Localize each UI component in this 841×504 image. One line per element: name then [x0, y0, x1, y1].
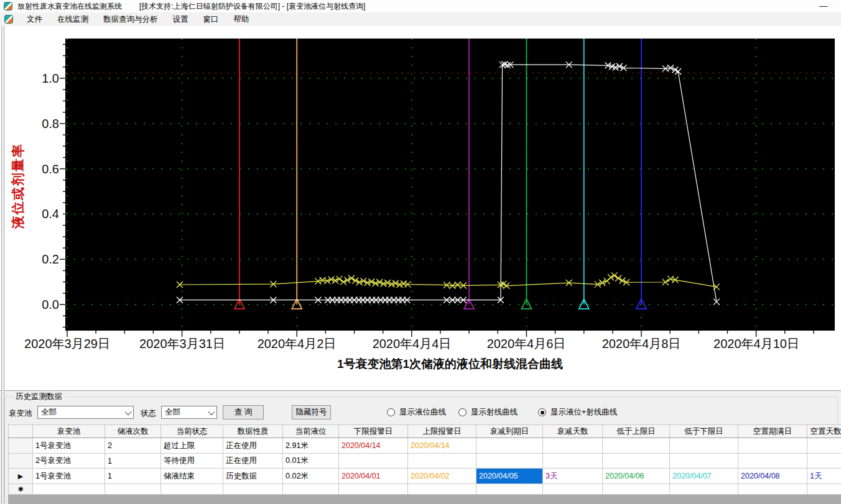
minimize-button[interactable]: — — [819, 2, 827, 10]
table-cell[interactable] — [283, 484, 339, 495]
menu-data-query-analysis[interactable]: 数据查询与分析 — [96, 12, 165, 27]
table-cell[interactable] — [161, 484, 223, 495]
table-cell[interactable] — [738, 438, 807, 454]
table-header-row: 衰变池储液次数当前状态数据性质当前液位下限报警日上限报警日衰减到期日衰减天数低于… — [9, 425, 841, 438]
table-cell[interactable] — [670, 484, 738, 495]
history-table-container: 衰变池储液次数当前状态数据性质当前液位下限报警日上限报警日衰减到期日衰减天数低于… — [8, 424, 841, 504]
radio-show-level-curve[interactable]: 显示液位曲线 — [387, 407, 446, 418]
column-header[interactable]: 衰变池 — [33, 425, 105, 438]
table-cell[interactable]: 正在使用 — [223, 438, 283, 454]
status-filter-label: 状态 — [141, 408, 156, 419]
table-cell[interactable]: 2020/04/07 — [670, 469, 738, 484]
table-cell[interactable]: 0.01米 — [283, 454, 339, 469]
status-filter-select[interactable]: 全部 — [161, 406, 217, 419]
pool-filter-label: 衰变池 — [9, 408, 32, 419]
table-cell[interactable] — [339, 454, 408, 469]
table-cell[interactable]: 2020/04/14 — [408, 438, 476, 454]
table-cell[interactable] — [223, 484, 283, 495]
table-cell[interactable] — [408, 454, 476, 469]
new-row-indicator[interactable]: ✱ — [9, 484, 33, 495]
column-header[interactable]: 下限报警日 — [339, 425, 408, 438]
table-cell[interactable]: 等待使用 — [161, 454, 223, 469]
table-cell[interactable] — [670, 438, 738, 454]
current-row-indicator[interactable]: ▶ — [9, 469, 33, 484]
column-header[interactable]: 空置期满日 — [738, 425, 807, 438]
table-cell[interactable]: 0.02米 — [283, 469, 339, 484]
table-cell[interactable] — [105, 484, 161, 495]
table-cell[interactable] — [738, 484, 807, 495]
table-cell[interactable] — [476, 484, 543, 495]
chevron-down-icon — [207, 406, 216, 418]
table-cell[interactable] — [476, 438, 543, 454]
table-cell[interactable] — [670, 454, 738, 469]
menu-window[interactable]: 窗口 — [196, 12, 226, 27]
radio-show-level-plus-radiation-curve[interactable]: 显示液位+射线曲线 — [538, 407, 617, 418]
menu-help[interactable]: 帮助 — [226, 12, 257, 27]
table-cell[interactable]: 1 — [105, 454, 161, 469]
table-cell[interactable]: 1天 — [807, 469, 841, 484]
table-cell[interactable]: 2020/04/02 — [408, 469, 476, 484]
table-cell[interactable] — [339, 484, 408, 495]
hide-symbols-button[interactable]: 隐藏符号 — [292, 405, 331, 419]
table-cell[interactable] — [33, 484, 105, 495]
radio-show-radiation-curve[interactable]: 显示射线曲线 — [458, 407, 518, 418]
table-row: 1号衰变池2超过上限正在使用2.91米2020/04/142020/04/14 — [9, 438, 841, 454]
column-header[interactable]: 衰减天数 — [543, 425, 603, 438]
menu-settings[interactable]: 设置 — [165, 12, 196, 27]
table-cell[interactable]: 2.91米 — [283, 438, 339, 454]
table-cell[interactable] — [807, 438, 841, 454]
y-axis-label: 液位或剂量率 — [9, 131, 24, 241]
chevron-down-icon — [123, 406, 133, 418]
column-header[interactable]: 低于下限日 — [670, 425, 738, 438]
row-selector-header[interactable] — [9, 425, 33, 438]
table-cell[interactable]: 历史数据 — [223, 469, 283, 484]
pool-filter-value: 全部 — [38, 407, 123, 418]
query-button[interactable]: 查 询 — [223, 405, 264, 419]
column-header[interactable]: 当前状态 — [161, 425, 223, 438]
row-selector[interactable] — [9, 438, 33, 454]
table-cell[interactable] — [476, 454, 543, 469]
table-cell[interactable]: 2020/04/06 — [603, 469, 670, 484]
y-tick-label: 0.2 — [27, 252, 59, 266]
table-cell[interactable]: 正在使用 — [223, 454, 283, 469]
table-cell[interactable] — [543, 484, 603, 495]
table-cell[interactable]: 2020/04/01 — [339, 469, 408, 484]
selected-cell[interactable]: 2020/04/05 — [476, 469, 543, 484]
column-header[interactable]: 衰减到期日 — [476, 425, 543, 438]
app-title: 放射性废水衰变池在线监测系统 — [17, 1, 122, 12]
table-cell[interactable]: 3天 — [543, 469, 603, 484]
table-cell[interactable]: 2020/04/14 — [339, 438, 408, 454]
column-header[interactable]: 上限报警日 — [408, 425, 476, 438]
table-cell[interactable]: 2020/04/08 — [738, 469, 807, 484]
x-tick-label: 2020年4月2日 — [258, 336, 337, 351]
table-cell[interactable] — [738, 454, 807, 469]
table-cell[interactable] — [543, 454, 603, 469]
table-cell[interactable]: 2 — [105, 438, 161, 454]
menu-file[interactable]: 文件 — [19, 12, 50, 27]
table-cell[interactable] — [408, 484, 476, 495]
table-cell[interactable]: 超过上限 — [161, 438, 223, 454]
column-header[interactable]: 当前液位 — [283, 425, 339, 438]
column-header[interactable]: 数据性质 — [223, 425, 283, 438]
pool-filter-select[interactable]: 全部 — [37, 406, 134, 419]
table-cell[interactable]: 储液结束 — [161, 469, 223, 484]
table-cell[interactable] — [807, 454, 841, 469]
table-cell[interactable] — [807, 484, 841, 495]
column-header[interactable]: 空置天数 — [807, 425, 841, 438]
title-bar: 放射性废水衰变池在线监测系统 [技术支持:上海仁日辐射防护设备有限公司] - [… — [0, 0, 841, 12]
table-cell[interactable]: 1号衰变池 — [33, 469, 105, 484]
x-tick-label: 2020年3月31日 — [139, 336, 225, 351]
menu-online-monitoring[interactable]: 在线监测 — [50, 12, 96, 27]
row-selector[interactable] — [9, 454, 33, 469]
column-header[interactable]: 低于上限日 — [603, 425, 670, 438]
table-cell[interactable] — [603, 438, 670, 454]
table-cell[interactable] — [543, 438, 603, 454]
y-tick-label: 1.0 — [27, 71, 59, 85]
table-cell[interactable]: 1 — [105, 469, 161, 484]
table-cell[interactable] — [603, 454, 670, 469]
table-cell[interactable] — [603, 484, 670, 495]
chart-title: 1号衰变池第1次储液的液位和射线混合曲线 — [65, 356, 835, 372]
table-cell[interactable]: 1号衰变池 — [33, 438, 105, 454]
column-header[interactable]: 储液次数 — [105, 425, 161, 438]
table-cell[interactable]: 2号衰变池 — [33, 454, 105, 469]
